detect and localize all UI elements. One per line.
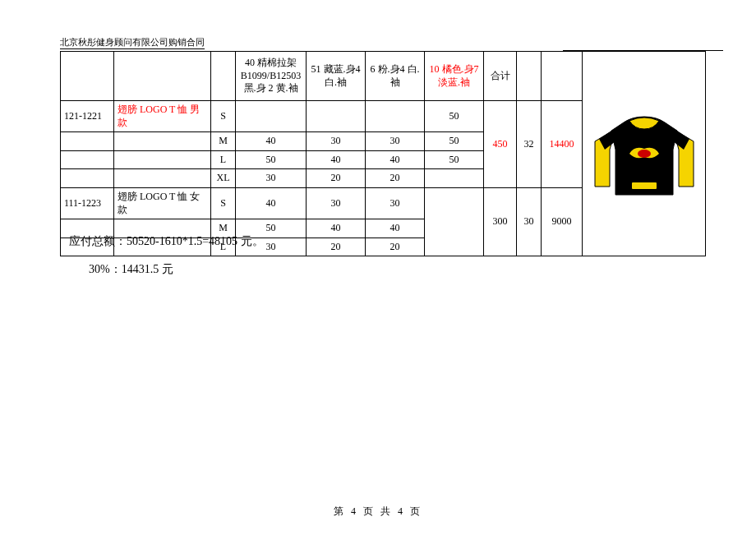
header-amount <box>542 52 583 101</box>
value-cell: 40 <box>236 187 307 219</box>
header-name <box>114 52 211 101</box>
total-payable: 应付总额：50520-1610*1.5=48105 元。 <box>69 230 264 253</box>
header-variant-3: 6 粉.身4 白.袖 <box>366 52 425 101</box>
product-table: 40 精棉拉架B1099/B12503 黑.身 2 黄.袖 51 藏蓝.身4 白… <box>60 51 583 256</box>
table-row: 121-1221 翅膀 LOGO T 恤 男款 S 50 450 32 1440… <box>61 101 583 132</box>
product-name: 翅膀 LOGO T 恤 男款 <box>114 101 211 132</box>
deposit-line: 30%：14431.5 元 <box>69 258 264 281</box>
svg-point-0 <box>638 150 651 158</box>
svg-rect-1 <box>632 182 657 189</box>
value-cell <box>425 187 484 256</box>
value-cell <box>425 169 484 188</box>
price-cell: 30 <box>517 187 542 256</box>
value-cell: 40 <box>307 150 366 169</box>
header-price <box>517 52 542 101</box>
value-cell: 50 <box>425 132 484 151</box>
header-size <box>211 52 236 101</box>
value-cell: 30 <box>366 132 425 151</box>
header-title: 北京秋彤健身顾问有限公司购销合同 <box>60 36 205 49</box>
amount-cell: 14400 <box>542 101 583 188</box>
size-cell: S <box>211 187 236 219</box>
total-cell: 300 <box>484 187 517 256</box>
table-row: 111-1223 翅膀 LOGO T 恤 女款 S 40 30 30 300 3… <box>61 187 583 219</box>
amount-cell: 9000 <box>542 187 583 256</box>
size-cell: S <box>211 101 236 132</box>
value-cell: 40 <box>366 150 425 169</box>
product-code: 111-1223 <box>61 187 114 219</box>
product-image-cell <box>583 51 706 256</box>
page-footer: 第 4 页 共 4 页 <box>0 505 756 519</box>
price-cell: 32 <box>517 101 542 188</box>
size-cell: L <box>211 150 236 169</box>
size-cell: XL <box>211 169 236 188</box>
size-cell: M <box>211 132 236 151</box>
value-cell: 20 <box>366 169 425 188</box>
value-cell: 40 <box>307 219 366 238</box>
value-cell: 50 <box>425 150 484 169</box>
header-total: 合计 <box>484 52 517 101</box>
value-cell <box>307 101 366 132</box>
summary-notes: 应付总额：50520-1610*1.5=48105 元。 30%：14431.5… <box>69 230 264 281</box>
value-cell: 30 <box>366 187 425 219</box>
value-cell <box>236 101 307 132</box>
header-variant-2: 51 藏蓝.身4 白.袖 <box>307 52 366 101</box>
value-cell: 20 <box>307 169 366 188</box>
value-cell: 40 <box>236 132 307 151</box>
value-cell <box>366 101 425 132</box>
header-variant-4: 10 橘色.身7 淡蓝.袖 <box>425 52 484 101</box>
product-code: 121-1221 <box>61 101 114 132</box>
header-variant-1: 40 精棉拉架B1099/B12503 黑.身 2 黄.袖 <box>236 52 307 101</box>
tshirt-icon <box>587 104 702 203</box>
product-name: 翅膀 LOGO T 恤 女款 <box>114 187 211 219</box>
value-cell: 20 <box>366 238 425 256</box>
value-cell: 30 <box>307 132 366 151</box>
value-cell: 30 <box>236 169 307 188</box>
content-wrapper: 40 精棉拉架B1099/B12503 黑.身 2 黄.袖 51 藏蓝.身4 白… <box>60 51 724 256</box>
table-header-row: 40 精棉拉架B1099/B12503 黑.身 2 黄.袖 51 藏蓝.身4 白… <box>61 52 583 101</box>
value-cell: 50 <box>425 101 484 132</box>
total-cell: 450 <box>484 101 517 188</box>
value-cell: 40 <box>366 219 425 238</box>
value-cell: 50 <box>236 150 307 169</box>
value-cell: 20 <box>307 238 366 256</box>
document-header: 北京秋彤健身顾问有限公司购销合同 <box>60 36 723 51</box>
value-cell: 30 <box>307 187 366 219</box>
header-code <box>61 52 114 101</box>
